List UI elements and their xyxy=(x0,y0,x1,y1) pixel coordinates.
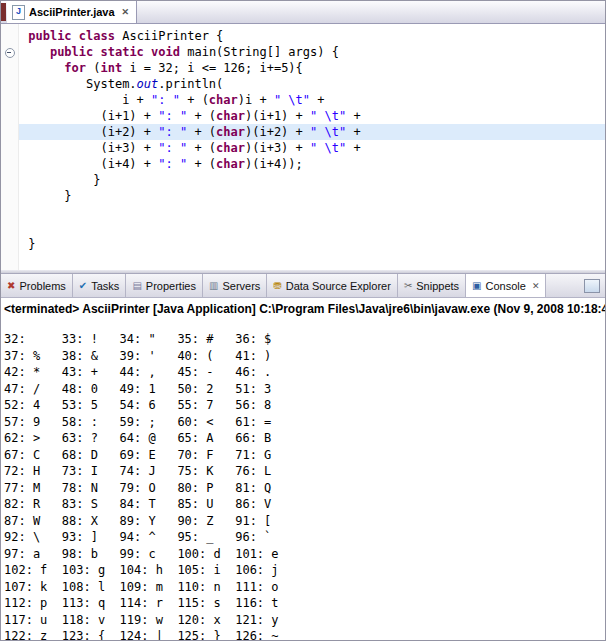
servers-icon: ▥ xyxy=(209,281,218,291)
tab-data-source-explorer[interactable]: ⛃Data Source Explorer xyxy=(267,274,398,297)
tab-console[interactable]: ▣Console✕ xyxy=(466,274,546,297)
code-line-current[interactable]: (i+2) + ": " + (char)(i+2) + " \t" + xyxy=(1,124,605,140)
editor-tab-label: AsciiPrinter.java xyxy=(29,6,115,18)
console-process-label: <terminated> AsciiPrinter [Java Applicat… xyxy=(1,298,605,317)
code-line[interactable]: (i+3) + ": " + (char)(i+3) + " \t" + xyxy=(1,140,605,156)
tab-tasks[interactable]: ✔Tasks xyxy=(73,274,127,297)
problems-icon: ✖ xyxy=(7,281,15,291)
tab-label: Snippets xyxy=(416,280,459,292)
folding-gutter xyxy=(1,24,19,270)
code-line[interactable]: } xyxy=(1,188,605,204)
code-line[interactable]: (i+4) + ": " + (char)(i+4)); xyxy=(1,156,605,172)
eclipse-window: J AsciiPrinter.java ✕ public class Ascii… xyxy=(0,0,606,641)
tab-servers[interactable]: ▥Servers xyxy=(203,274,267,297)
code-line[interactable] xyxy=(1,220,605,236)
tab-label: Properties xyxy=(146,280,196,292)
editor-tab-bar: J AsciiPrinter.java ✕ xyxy=(1,1,605,24)
java-file-icon: J xyxy=(12,5,25,20)
tab-problems[interactable]: ✖Problems xyxy=(1,274,73,297)
close-icon[interactable]: ✕ xyxy=(122,7,130,17)
tab-label: Servers xyxy=(222,280,260,292)
fold-collapse-icon[interactable] xyxy=(5,48,15,58)
console-icon: ▣ xyxy=(472,281,481,291)
code-line[interactable]: } xyxy=(1,236,605,252)
code-line[interactable]: System.out.println( xyxy=(1,76,605,92)
close-icon[interactable]: ✕ xyxy=(532,281,540,291)
tab-snippets[interactable]: ✂Snippets xyxy=(398,274,466,297)
tab-label: Console xyxy=(486,280,526,292)
view-menu-icon[interactable] xyxy=(584,279,600,293)
code-line[interactable]: i + ": " + (char)i + " \t" + xyxy=(1,92,605,108)
console-view: <terminated> AsciiPrinter [Java Applicat… xyxy=(1,298,605,640)
code-line[interactable]: public static void main(String[] args) { xyxy=(1,44,605,60)
data-source-explorer-icon: ⛃ xyxy=(273,281,281,291)
code-line[interactable]: } xyxy=(1,172,605,188)
tasks-icon: ✔ xyxy=(79,281,87,291)
properties-icon: ▤ xyxy=(132,281,141,291)
code-editor[interactable]: public class AsciiPrinter { public stati… xyxy=(1,24,605,270)
code-line[interactable]: for (int i = 32; i <= 126; i+=5){ xyxy=(1,60,605,76)
snippets-icon: ✂ xyxy=(404,281,412,291)
code-line[interactable] xyxy=(1,204,605,220)
code-line[interactable]: (i+1) + ": " + (char)(i+1) + " \t" + xyxy=(1,108,605,124)
tab-label: Problems xyxy=(19,280,65,292)
code-area: public class AsciiPrinter { public stati… xyxy=(1,24,605,252)
tab-label: Tasks xyxy=(91,280,119,292)
tab-properties[interactable]: ▤Properties xyxy=(126,274,203,297)
tab-label: Data Source Explorer xyxy=(286,280,391,292)
bottom-view-tab-bar: ✖Problems✔Tasks▤Properties▥Servers⛃Data … xyxy=(1,273,605,298)
console-output[interactable]: 32: 33: ! 34: " 35: # 36: $ 37: % 38: & … xyxy=(1,329,605,640)
editor-tab-asciiprinter[interactable]: J AsciiPrinter.java ✕ xyxy=(7,1,137,23)
code-line[interactable]: public class AsciiPrinter { xyxy=(1,28,605,44)
tab-edge-accent xyxy=(1,3,6,21)
